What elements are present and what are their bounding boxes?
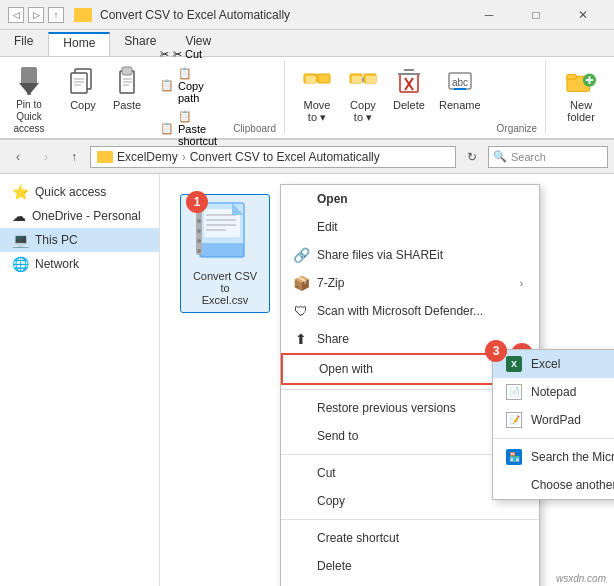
ctx-open[interactable]: Open xyxy=(281,185,539,213)
title-bar-icon-back[interactable]: ◁ xyxy=(8,7,24,23)
forward-button[interactable]: › xyxy=(34,145,58,169)
close-button[interactable]: ✕ xyxy=(560,0,606,30)
title-bar-icons: ◁ ▷ ↑ xyxy=(8,7,92,23)
svg-rect-0 xyxy=(21,67,37,85)
refresh-button[interactable]: ↻ xyxy=(460,145,484,169)
ctx-share-label: Share xyxy=(317,332,349,346)
ctx-sep-3 xyxy=(281,519,539,520)
svg-point-45 xyxy=(197,219,201,223)
copy-to-button[interactable]: Copyto ▾ xyxy=(341,61,385,134)
badge-3-wrapper: 3 xyxy=(485,340,507,362)
ctx-rename[interactable]: Rename xyxy=(281,580,539,586)
ctx-edit[interactable]: Edit xyxy=(281,213,539,241)
cut-label: ✂ Cut xyxy=(173,48,202,61)
svg-rect-19 xyxy=(352,76,362,83)
move-to-label: Moveto ▾ xyxy=(304,99,331,124)
delete-icon xyxy=(393,65,425,97)
sub-notepad[interactable]: 📄 Notepad xyxy=(493,378,614,406)
new-folder-button[interactable]: Newfolder xyxy=(556,61,606,134)
paste-shortcut-button[interactable]: 📋 📋 Paste shortcut xyxy=(154,108,223,149)
send-to-icon xyxy=(293,428,309,444)
ctx-7zip-label: 7-Zip xyxy=(317,276,344,290)
sub-wordpad[interactable]: 📝 WordPad xyxy=(493,406,614,434)
cut-button[interactable]: ✂ ✂ Cut xyxy=(154,46,223,63)
sidebar-item-network[interactable]: 🌐 Network xyxy=(0,252,159,276)
onedrive-label: OneDrive - Personal xyxy=(32,209,141,223)
quick-access-icon: ⭐ xyxy=(12,184,29,200)
address-bar: ‹ › ↑ ExcelDemy › Convert CSV to Excel A… xyxy=(0,140,614,174)
scan-icon: 🛡 xyxy=(293,303,309,319)
ctx-scan-defender[interactable]: 🛡 Scan with Microsoft Defender... xyxy=(281,297,539,325)
maximize-button[interactable]: □ xyxy=(513,0,559,30)
ctx-7zip[interactable]: 📦 7-Zip › xyxy=(281,269,539,297)
this-pc-label: This PC xyxy=(35,233,78,247)
move-to-button[interactable]: Moveto ▾ xyxy=(295,61,339,134)
pin-to-quick-access-button[interactable]: Pin to Quickaccess xyxy=(8,61,50,134)
sub-notepad-label: Notepad xyxy=(531,385,576,399)
path-folder-icon xyxy=(97,151,113,163)
new-item-button[interactable]: 📄 📄 New item ▾ xyxy=(608,49,614,91)
new-folder-label: Newfolder xyxy=(567,99,595,123)
7zip-icon: 📦 xyxy=(293,275,309,291)
search-box[interactable]: 🔍 Search xyxy=(488,146,608,168)
copy-ctx-icon xyxy=(293,493,309,509)
rename-button[interactable]: abc Rename xyxy=(433,61,487,134)
restore-icon xyxy=(293,400,309,416)
sub-excel[interactable]: 3 X Excel xyxy=(493,350,614,378)
ctx-edit-label: Edit xyxy=(317,220,338,234)
main-area: ⭐ Quick access ☁ OneDrive - Personal 💻 T… xyxy=(0,174,614,586)
tab-file[interactable]: File xyxy=(0,30,48,56)
scissors-icon: ✂ xyxy=(160,48,169,61)
rename-icon: abc xyxy=(444,65,476,97)
copy-button[interactable]: Copy xyxy=(62,61,104,134)
easy-access-button[interactable]: ⚡ ⚡ Easy access ▾ xyxy=(608,93,614,147)
network-icon: 🌐 xyxy=(12,256,29,272)
ctx-create-shortcut[interactable]: Create shortcut xyxy=(281,524,539,552)
csv-file-item[interactable]: 1 xyxy=(180,194,270,313)
ctx-share-shareit[interactable]: 🔗 Share files via SHAREit xyxy=(281,241,539,269)
copy-path-button[interactable]: 📋 📋 Copy path xyxy=(154,65,223,106)
paste-button[interactable]: Paste xyxy=(106,61,148,134)
wordpad-app-icon: 📝 xyxy=(505,411,523,429)
delete-button[interactable]: Delete xyxy=(387,61,431,134)
title-bar-controls: ─ □ ✕ xyxy=(466,0,606,30)
title-bar-icon-up[interactable]: ↑ xyxy=(48,7,64,23)
sub-sep-1 xyxy=(493,438,614,439)
tab-home[interactable]: Home xyxy=(48,32,110,56)
paste-label: Paste xyxy=(113,99,141,111)
ctx-restore-label: Restore previous versions xyxy=(317,401,456,415)
sub-search-store[interactable]: 🏪 Search the Microsoft Store xyxy=(493,443,614,471)
address-path[interactable]: ExcelDemy › Convert CSV to Excel Automat… xyxy=(90,146,456,168)
sub-choose-app-label: Choose another app xyxy=(531,478,614,492)
svg-text:abc: abc xyxy=(452,77,468,88)
path-part-2: Convert CSV to Excel Automatically xyxy=(190,150,380,164)
onedrive-icon: ☁ xyxy=(12,208,26,224)
open-with-icon xyxy=(295,361,311,377)
store-app-icon: 🏪 xyxy=(505,448,523,466)
svg-rect-4 xyxy=(71,73,87,93)
ribbon-tabs: File Home Share View xyxy=(0,30,614,56)
open-icon xyxy=(293,191,309,207)
sidebar-item-quick-access[interactable]: ⭐ Quick access xyxy=(0,180,159,204)
minimize-button[interactable]: ─ xyxy=(466,0,512,30)
paste-shortcut-icon: 📋 xyxy=(160,122,174,135)
title-bar-icon-forward[interactable]: ▷ xyxy=(28,7,44,23)
delete-label: Delete xyxy=(393,99,425,111)
organize-label: Organize xyxy=(497,119,538,134)
file-area: 1 xyxy=(160,174,614,586)
svg-point-47 xyxy=(197,239,201,243)
sub-choose-app[interactable]: Choose another app xyxy=(493,471,614,499)
up-button[interactable]: ↑ xyxy=(62,145,86,169)
search-placeholder: Search xyxy=(511,151,546,163)
back-button[interactable]: ‹ xyxy=(6,145,30,169)
copy-to-label: Copyto ▾ xyxy=(350,99,376,124)
path-part-1: ExcelDemy xyxy=(117,150,178,164)
paste-icon xyxy=(111,65,143,97)
copy-path-icon: 📋 xyxy=(160,79,174,92)
window-title: Convert CSV to Excel Automatically xyxy=(100,8,290,22)
sidebar-item-this-pc[interactable]: 💻 This PC xyxy=(0,228,159,252)
paste-shortcut-label: 📋 Paste shortcut xyxy=(178,110,217,147)
ctx-delete[interactable]: Delete xyxy=(281,552,539,580)
ctx-send-to-label: Send to xyxy=(317,429,358,443)
sidebar-item-onedrive[interactable]: ☁ OneDrive - Personal xyxy=(0,204,159,228)
